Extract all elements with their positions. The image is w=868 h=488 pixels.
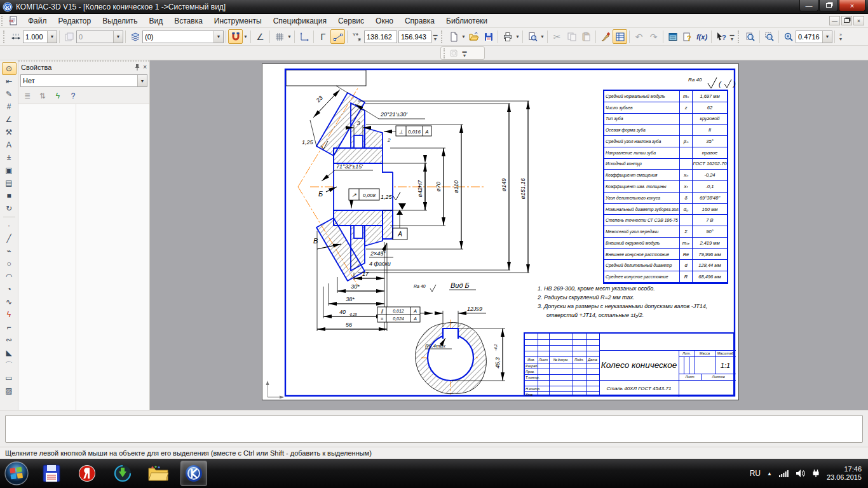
tray-expand-icon[interactable]: ▲ bbox=[767, 471, 772, 477]
copies-combo[interactable]: 0▼ bbox=[76, 30, 123, 43]
instrument-panel-button[interactable]: ■ bbox=[2, 189, 17, 202]
drawing-tool-button[interactable]: ◠ bbox=[2, 270, 17, 283]
combo-caret-icon[interactable]: ▼ bbox=[214, 31, 223, 43]
menu-item[interactable]: Окно bbox=[370, 15, 399, 27]
paste-button[interactable] bbox=[579, 29, 593, 44]
instrument-panel-button[interactable]: ▤ bbox=[2, 177, 17, 189]
new-caret-icon[interactable]: ▼ bbox=[461, 29, 466, 44]
redo-button[interactable]: ↷ bbox=[646, 29, 661, 44]
copies-icon[interactable] bbox=[62, 29, 76, 44]
snap-points-button[interactable] bbox=[330, 29, 345, 44]
toolbar-grip[interactable] bbox=[3, 30, 6, 43]
drawing-tool-button[interactable]: ∿ bbox=[2, 295, 17, 308]
layers-icon[interactable] bbox=[128, 29, 142, 44]
print-button[interactable] bbox=[500, 29, 515, 44]
close-button[interactable]: × bbox=[839, 0, 865, 11]
ortho-button[interactable]: Г bbox=[316, 29, 330, 44]
menu-item[interactable]: Редактор bbox=[53, 15, 97, 27]
taskbar-app-downloader[interactable] bbox=[109, 461, 136, 486]
edit-macro-icon[interactable] bbox=[448, 48, 461, 59]
drawing-tool-button[interactable]: · bbox=[2, 219, 17, 232]
message-panel[interactable] bbox=[5, 415, 863, 443]
technical-notes[interactable]: 1. НВ 269-300, кроме мест указаных особо… bbox=[538, 284, 729, 320]
mdi-minimize-button[interactable]: — bbox=[829, 16, 840, 25]
context-help-button[interactable]: ? bbox=[714, 29, 728, 44]
zoom-in-button[interactable] bbox=[781, 29, 796, 44]
taskbar-app-yandex[interactable] bbox=[74, 461, 100, 486]
properties-toolbar-button[interactable]: ϟ bbox=[51, 90, 65, 102]
taskbar-app-explorer[interactable] bbox=[145, 461, 172, 486]
taskbar-app-save[interactable] bbox=[38, 461, 65, 486]
clock[interactable]: 17:46 23.06.2015 bbox=[827, 465, 862, 482]
toolbar-grip[interactable] bbox=[444, 48, 447, 58]
menu-item[interactable]: Справка bbox=[399, 15, 440, 27]
taskbar-app-kompas[interactable] bbox=[180, 461, 207, 486]
grid-button[interactable] bbox=[272, 29, 287, 44]
instrument-panel-button[interactable]: ▣ bbox=[2, 164, 17, 177]
combo-caret-icon[interactable]: ▼ bbox=[137, 75, 147, 86]
instrument-panel-button[interactable]: A bbox=[2, 139, 17, 151]
menu-item[interactable]: Вид bbox=[144, 15, 169, 27]
pin-icon[interactable] bbox=[134, 64, 140, 71]
drawing-tool-button[interactable]: ╱ bbox=[2, 232, 17, 245]
toolbar-overflow-icon[interactable]: ▬▼ bbox=[431, 29, 439, 44]
restore-button[interactable] bbox=[819, 0, 838, 11]
drawing-tool-button[interactable]: ▭ bbox=[2, 372, 17, 384]
properties-toolbar-button[interactable]: ≣ bbox=[20, 90, 34, 102]
drawing-tool-button[interactable]: ⌒ bbox=[2, 359, 17, 372]
minimize-button[interactable]: — bbox=[799, 0, 818, 11]
drawing-sheet[interactable]: 23 20°21'±30' 3 2 1,25 71°32'±15' Б В 1,… bbox=[262, 64, 739, 400]
menu-item[interactable]: Сервис bbox=[332, 15, 370, 27]
magnet-caret-icon[interactable]: ▼ bbox=[243, 29, 248, 44]
local-csys-button[interactable] bbox=[297, 29, 311, 44]
drawing-tool-button[interactable]: ∾ bbox=[2, 334, 17, 346]
floating-mini-toolbar[interactable]: ▬▼ bbox=[440, 46, 485, 60]
mdi-restore-button[interactable] bbox=[841, 16, 852, 25]
network-signal-icon[interactable] bbox=[778, 469, 789, 478]
instrument-panel-button[interactable]: ⚒ bbox=[2, 126, 17, 139]
print-caret-icon[interactable]: ▼ bbox=[515, 29, 520, 44]
layer-combo[interactable]: (0)▼ bbox=[142, 30, 224, 43]
title-bar[interactable]: K КОМПАС-3D V15 - [Колесо коническое 1 -… bbox=[0, 0, 868, 14]
general-roughness[interactable]: Ra 40 ( ) bbox=[688, 77, 736, 88]
combo-caret-icon[interactable]: ▼ bbox=[47, 31, 57, 43]
toolbar-overflow-icon[interactable]: »▼ bbox=[837, 29, 844, 44]
instrument-panel-button[interactable]: ⇤ bbox=[2, 75, 17, 88]
variables-window-button[interactable] bbox=[665, 29, 680, 44]
drawing-canvas[interactable]: 23 20°21'±30' 3 2 1,25 71°32'±15' Б В 1,… bbox=[150, 60, 868, 410]
properties-toolbar-button[interactable]: ? bbox=[66, 90, 80, 102]
start-button[interactable] bbox=[4, 461, 29, 486]
wizard-help-button[interactable]: ? bbox=[680, 29, 695, 44]
volume-icon[interactable] bbox=[796, 469, 805, 478]
copy-button[interactable] bbox=[564, 29, 579, 44]
drawing-tool-button[interactable]: ▨ bbox=[2, 384, 17, 397]
coord-y-field[interactable]: 156.943 bbox=[398, 30, 431, 43]
new-document-button[interactable] bbox=[446, 29, 461, 44]
drawing-tool-button[interactable]: ⌐ bbox=[2, 321, 17, 334]
drawing-tool-button[interactable]: ϟ bbox=[2, 308, 17, 321]
drawing-tool-button[interactable]: ○ bbox=[2, 257, 17, 270]
open-button[interactable] bbox=[466, 29, 481, 44]
save-button[interactable] bbox=[481, 29, 496, 44]
menu-item[interactable]: Файл bbox=[22, 15, 53, 27]
minibar-overflow-icon[interactable]: ▬▼ bbox=[461, 46, 468, 60]
properties-panel-body[interactable] bbox=[18, 104, 149, 410]
drawing-tool-button[interactable]: ◔ bbox=[2, 283, 17, 295]
combo-caret-icon[interactable]: ▼ bbox=[822, 31, 832, 43]
toolbar-grip[interactable] bbox=[1, 16, 4, 26]
menu-item[interactable]: Вставка bbox=[168, 15, 208, 27]
properties-button[interactable] bbox=[613, 29, 627, 44]
properties-toolbar-button[interactable]: ⇅ bbox=[36, 90, 50, 102]
menu-item[interactable]: Спецификация bbox=[268, 15, 332, 27]
document-properties-icon[interactable] bbox=[8, 16, 20, 26]
line-scale-icon[interactable] bbox=[8, 29, 23, 44]
grid-caret-icon[interactable]: ▼ bbox=[287, 29, 292, 44]
instrument-panel-button[interactable]: ∠ bbox=[2, 113, 17, 126]
undo-button[interactable]: ↶ bbox=[632, 29, 646, 44]
instrument-panel-button[interactable]: ✎ bbox=[2, 88, 17, 100]
zoom-combo[interactable]: 0.4716▼ bbox=[796, 30, 832, 43]
cut-button[interactable]: ✂ bbox=[550, 29, 564, 44]
combo-caret-icon[interactable]: ▼ bbox=[113, 31, 123, 43]
properties-selector-combo[interactable]: Нет ▼ bbox=[20, 74, 147, 87]
view-b[interactable]: ∥ 0,012 А ≡ 0,024 А 12Js9 R0,4max 45,3 +… bbox=[377, 281, 505, 394]
